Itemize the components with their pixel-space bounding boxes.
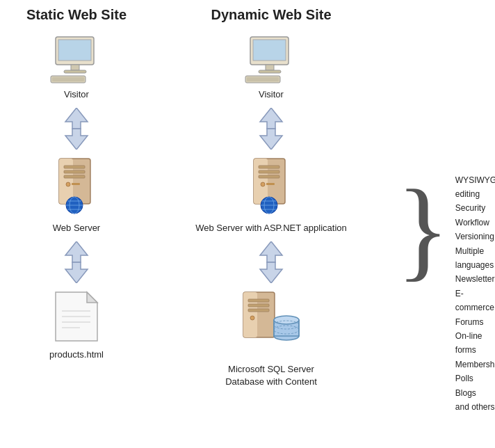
dynamic-arrow-2 [256, 241, 286, 283]
dynamic-visitor-label: Visitor [259, 89, 284, 99]
feature-item: Membership [455, 358, 495, 371]
svg-rect-38 [259, 166, 279, 168]
feature-item: Forums [455, 315, 495, 329]
feature-item: Polls [455, 371, 495, 385]
static-server-icon [45, 155, 108, 220]
feature-item: E-commerce [455, 287, 495, 315]
svg-marker-35 [260, 129, 282, 150]
svg-marker-49 [260, 262, 282, 283]
svg-point-61 [274, 316, 299, 324]
svg-rect-33 [247, 77, 279, 81]
static-visitor-label: Visitor [64, 89, 89, 99]
static-column: Static Web Site Visitor [0, 0, 153, 448]
svg-rect-31 [259, 70, 281, 73]
svg-rect-2 [71, 65, 79, 70]
dynamic-column: Dynamic Web Site Visitor [153, 0, 389, 448]
svg-point-55 [250, 316, 254, 320]
svg-marker-48 [260, 241, 282, 262]
svg-rect-53 [248, 304, 269, 307]
features-brace-container: } WYSIWYG editingSecurityWorkflowVersion… [396, 173, 495, 415]
svg-rect-40 [259, 175, 279, 178]
diagram-container: Static Web Site Visitor [0, 0, 495, 448]
svg-marker-21 [65, 262, 88, 283]
feature-item: Security [455, 201, 495, 215]
static-arrow-2 [61, 241, 92, 283]
dynamic-db-label: Microsoft SQL ServerDatabase with Conten… [225, 363, 317, 388]
svg-rect-11 [64, 170, 85, 173]
svg-marker-20 [65, 241, 88, 262]
svg-rect-29 [253, 40, 286, 61]
feature-item: Newsletters [455, 272, 495, 286]
feature-item: Multiple languages [455, 244, 495, 273]
dynamic-title: Dynamic Web Site [211, 7, 331, 23]
svg-point-41 [261, 182, 265, 186]
brace-symbol: } [396, 173, 450, 285]
svg-marker-7 [65, 129, 88, 150]
svg-rect-1 [58, 40, 91, 61]
svg-rect-54 [248, 309, 269, 312]
svg-point-13 [66, 182, 70, 186]
svg-rect-12 [64, 175, 85, 178]
svg-marker-34 [260, 108, 282, 129]
static-visitor-icon [45, 35, 108, 86]
dynamic-server-icon [240, 155, 302, 220]
dynamic-arrow-1 [256, 108, 286, 150]
svg-rect-42 [266, 183, 275, 185]
dynamic-db-icon [236, 289, 306, 360]
static-arrow-1 [61, 108, 92, 150]
features-list: WYSIWYG editingSecurityWorkflowVersionin… [455, 173, 495, 415]
feature-item: Blogs [455, 386, 495, 400]
feature-item: Workflow [455, 216, 495, 230]
static-title: Static Web Site [26, 7, 127, 23]
feature-item: WYSIWYG editing [455, 173, 495, 202]
dynamic-visitor-icon [240, 35, 302, 86]
svg-rect-10 [64, 166, 85, 168]
svg-marker-6 [65, 108, 88, 129]
svg-rect-52 [248, 299, 269, 302]
svg-rect-5 [52, 77, 84, 81]
features-column: } WYSIWYG editingSecurityWorkflowVersion… [389, 0, 495, 448]
svg-rect-14 [72, 183, 80, 185]
static-file-icon [52, 289, 101, 346]
dynamic-server-label: Web Server with ASP.NET application [195, 223, 347, 233]
svg-rect-3 [64, 70, 86, 73]
feature-item: Versioning [455, 230, 495, 243]
svg-rect-39 [259, 170, 279, 173]
svg-marker-23 [87, 292, 97, 303]
feature-item: On-line forms [455, 329, 495, 358]
static-server-label: Web Server [53, 223, 100, 233]
feature-item: and others [455, 400, 495, 414]
svg-rect-30 [266, 65, 274, 70]
static-file-label: products.html [49, 349, 104, 360]
